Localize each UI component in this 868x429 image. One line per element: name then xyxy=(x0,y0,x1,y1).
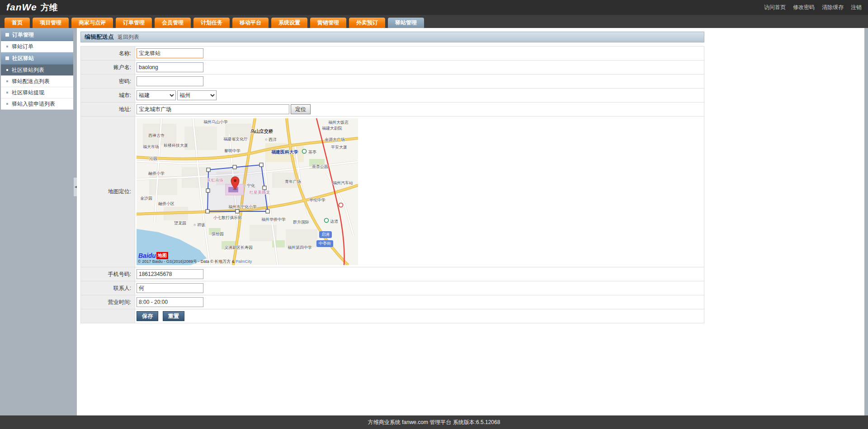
tab-merchant-review[interactable]: 商家与点评 xyxy=(71,18,113,28)
buttons-row-spacer xyxy=(81,309,135,323)
tab-station-mgmt[interactable]: 驿站管理 xyxy=(388,18,424,28)
sidebar-item-community-station-withdraw[interactable]: 社区驿站提现 xyxy=(1,87,73,98)
save-button[interactable]: 保存 xyxy=(137,311,158,321)
delivery-point-form: 名称: 账户名: 密码: 城市: 福建 xyxy=(80,46,704,323)
baidu-logo-badge: 地图 xyxy=(156,252,168,259)
reset-button[interactable]: 重置 xyxy=(163,311,184,321)
contact-label: 联系人: xyxy=(81,281,135,295)
form-row-city: 城市: 福建 福州 xyxy=(81,89,704,103)
body-wrap: 订单管理 驿站订单 社区驿站 社区驿站列表 驿站配送点列表 社区驿站提现 驿站入… xyxy=(0,28,868,415)
sidebar-item-station-delivery-points[interactable]: 驿站配送点列表 xyxy=(1,76,73,87)
top-bar: fanWe 方维 访问首页 修改密码 清除缓存 注销 xyxy=(0,0,868,15)
tab-cron-tasks[interactable]: 计划任务 xyxy=(193,18,230,28)
tab-project-mgmt[interactable]: 项目管理 xyxy=(33,18,69,28)
tab-order-mgmt[interactable]: 订单管理 xyxy=(116,18,152,28)
form-row-name: 名称: xyxy=(81,47,704,61)
footer: 方维商业系统 fanwe.com 管理平台 系统版本:6.5.12068 xyxy=(0,415,868,429)
link-visit-home[interactable]: 访问首页 xyxy=(764,4,786,11)
content-header: 编辑配送点 返回列表 xyxy=(80,32,704,42)
map-attribution-palmcity: PalmCity xyxy=(236,259,252,264)
admin-page: fanWe 方维 访问首页 修改密码 清除缓存 注销 首页 项目管理 商家与点评… xyxy=(0,0,868,429)
sidebar-item-community-station-list[interactable]: 社区驿站列表 xyxy=(1,65,73,76)
logo-text-cn: 方维 xyxy=(41,2,58,14)
form-row-account: 账户名: xyxy=(81,61,704,75)
delivery-area-polygon[interactable] xyxy=(208,165,268,211)
logo-text-en: fanWe xyxy=(6,2,37,13)
password-input[interactable] xyxy=(137,76,203,86)
form-row-buttons: 保存重置 xyxy=(81,309,704,323)
baidu-map[interactable]: 福州乌山小学乌山立交桥西禅古寺福大市场鼓楼科技大厦福建省文化厅○ 西洋黎明中学福… xyxy=(137,118,358,265)
nav-tabstrip: 首页 项目管理 商家与点评 订单管理 会员管理 计划任务 移动平台 系统设置 营… xyxy=(0,15,868,28)
section-bullet-icon xyxy=(5,33,9,37)
contact-input[interactable] xyxy=(137,283,203,293)
sidebar-section-community-station[interactable]: 社区驿站 xyxy=(1,52,73,65)
form-row-contact: 联系人: xyxy=(81,281,704,295)
hours-input[interactable] xyxy=(137,297,203,307)
tab-takeout-booking[interactable]: 外卖预订 xyxy=(349,18,385,28)
name-label: 名称: xyxy=(81,47,135,61)
sidebar-section-title: 订单管理 xyxy=(12,31,34,39)
page-title: 编辑配送点 xyxy=(85,33,114,41)
locate-button[interactable]: 定位 xyxy=(291,104,311,114)
form-row-address: 地址: 定位 xyxy=(81,103,704,117)
account-label: 账户名: xyxy=(81,61,135,75)
sidebar: 订单管理 驿站订单 社区驿站 社区驿站列表 驿站配送点列表 社区驿站提现 驿站入… xyxy=(1,29,73,110)
form-row-phone: 手机号码: xyxy=(81,267,704,281)
map-label: 地图定位: xyxy=(81,117,135,267)
link-change-password[interactable]: 修改密码 xyxy=(793,4,815,11)
link-clear-cache[interactable]: 清除缓存 xyxy=(822,4,844,11)
form-row-hours: 营业时间: xyxy=(81,295,704,309)
tab-member-mgmt[interactable]: 会员管理 xyxy=(155,18,191,28)
baidu-logo-word: Baidu xyxy=(138,252,156,259)
form-row-map: 地图定位: xyxy=(81,117,704,267)
city-select[interactable]: 福州 xyxy=(177,90,217,100)
fanwe-logo: fanWe 方维 xyxy=(6,2,58,14)
section-bullet-icon xyxy=(5,56,9,60)
baidu-logo: Baidu 地图 xyxy=(138,252,168,259)
hours-label: 营业时间: xyxy=(81,295,135,309)
top-links: 访问首页 修改密码 清除缓存 注销 xyxy=(764,4,862,11)
form-row-password: 密码: xyxy=(81,75,704,89)
password-label: 密码: xyxy=(81,75,135,89)
tab-system-settings[interactable]: 系统设置 xyxy=(271,18,307,28)
address-label: 地址: xyxy=(81,103,135,117)
back-to-list-link[interactable]: 返回列表 xyxy=(118,33,139,41)
main-content: 编辑配送点 返回列表 名称: 账户名: 密码: xyxy=(77,28,864,415)
map-canvas xyxy=(137,118,358,265)
sidebar-item-station-apply-list[interactable]: 驿站入驻申请列表 xyxy=(1,98,73,110)
sidebar-section-order-mgmt[interactable]: 订单管理 xyxy=(1,29,73,41)
map-attribution-text: © 2017 Baidu - GS(2016)2089号 - Data © 长地… xyxy=(138,259,236,264)
account-input[interactable] xyxy=(137,62,203,72)
sidebar-item-station-orders[interactable]: 驿站订单 xyxy=(1,41,73,52)
tab-mobile-platform[interactable]: 移动平台 xyxy=(232,18,269,28)
link-logout[interactable]: 注销 xyxy=(851,4,862,11)
sidebar-section-title: 社区驿站 xyxy=(12,55,34,62)
name-input[interactable] xyxy=(137,48,203,58)
map-attribution: © 2017 Baidu - GS(2016)2089号 - Data © 长地… xyxy=(138,259,252,265)
phone-input[interactable] xyxy=(137,269,203,279)
phone-label: 手机号码: xyxy=(81,267,135,281)
province-select[interactable]: 福建 xyxy=(137,90,176,100)
tab-home[interactable]: 首页 xyxy=(5,18,30,28)
footer-text: 方维商业系统 fanwe.com 管理平台 系统版本:6.5.12068 xyxy=(368,419,500,426)
address-input[interactable] xyxy=(137,104,289,114)
city-label: 城市: xyxy=(81,89,135,103)
tab-marketing-mgmt[interactable]: 营销管理 xyxy=(310,18,346,28)
